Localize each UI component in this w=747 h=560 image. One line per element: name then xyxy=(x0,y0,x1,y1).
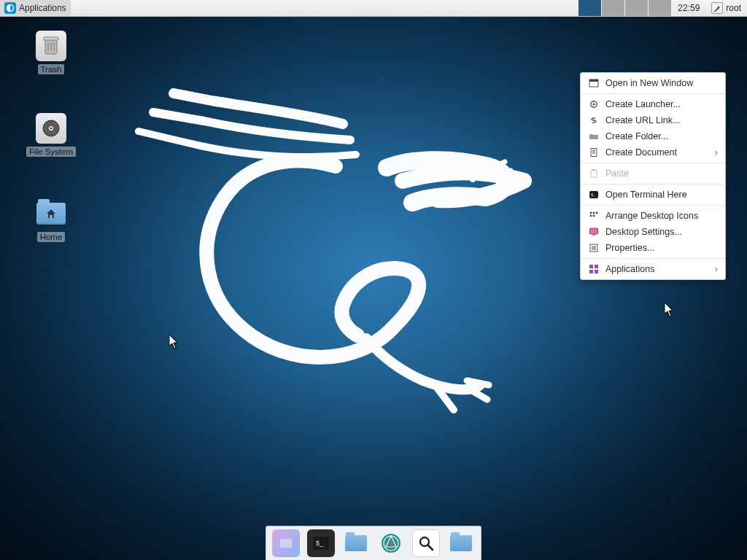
folder-icon xyxy=(345,535,367,551)
top-panel: Applications 22:59 root xyxy=(0,0,747,17)
applications-menu-label: Applications xyxy=(19,3,66,13)
ctx-label: Create URL Link... xyxy=(605,115,680,125)
ctx-label: Create Launcher... xyxy=(605,99,681,109)
svg-point-0 xyxy=(470,176,476,182)
svg-rect-11 xyxy=(589,79,598,82)
ctx-label: Create Folder... xyxy=(605,131,668,141)
svg-point-23 xyxy=(593,212,595,214)
ctx-open-new-window[interactable]: Open in New Window xyxy=(581,75,725,91)
cursor-icon xyxy=(665,303,675,317)
svg-rect-27 xyxy=(590,228,598,234)
dock-terminal[interactable]: $_ xyxy=(307,529,335,557)
ctx-arrange-icons[interactable]: Arrange Desktop Icons xyxy=(581,208,725,224)
workspace-4[interactable] xyxy=(649,0,672,16)
bottom-dock: $_ xyxy=(266,526,481,560)
svg-rect-33 xyxy=(589,265,593,268)
chevron-right-icon: › xyxy=(715,264,718,274)
desktop-icon-trash[interactable]: Trash xyxy=(22,31,80,74)
cursor-icon xyxy=(169,335,179,349)
ctx-label: Paste xyxy=(605,168,629,179)
svg-text:$_: $_ xyxy=(316,540,324,547)
wallpaper-dragon xyxy=(124,79,533,472)
svg-point-26 xyxy=(593,215,595,217)
chevron-right-icon: › xyxy=(715,147,718,158)
dock-show-desktop[interactable] xyxy=(272,529,300,557)
svg-rect-34 xyxy=(595,265,598,268)
workspace-1[interactable] xyxy=(578,0,602,16)
ctx-properties[interactable]: Properties... xyxy=(581,240,725,256)
ctx-label: Properties... xyxy=(605,243,654,253)
desktop-icon-filesystem[interactable]: File System xyxy=(22,113,80,157)
desktop-icon-home[interactable]: Home xyxy=(22,198,80,242)
svg-rect-1 xyxy=(714,10,716,11)
disk-icon xyxy=(36,113,66,144)
window-icon xyxy=(588,77,600,89)
ctx-paste: Paste xyxy=(581,166,725,182)
svg-point-22 xyxy=(590,212,592,214)
svg-point-25 xyxy=(590,215,592,217)
svg-rect-36 xyxy=(595,270,598,273)
separator xyxy=(581,93,725,94)
svg-point-24 xyxy=(596,212,598,214)
ctx-create-launcher[interactable]: Create Launcher... xyxy=(581,96,725,112)
svg-rect-14 xyxy=(591,149,597,157)
svg-rect-18 xyxy=(591,170,597,177)
terminal-icon: $_ xyxy=(313,537,329,550)
workspace-3[interactable] xyxy=(625,0,649,16)
ctx-label: Applications xyxy=(605,264,654,274)
trash-icon xyxy=(36,31,66,61)
user-icon xyxy=(711,2,723,14)
browser-icon xyxy=(380,532,402,554)
desktop-settings-icon xyxy=(588,226,600,238)
user-menu[interactable]: root xyxy=(705,2,747,14)
document-icon xyxy=(588,147,600,158)
ctx-open-terminal[interactable]: $_ Open Terminal Here xyxy=(581,187,725,203)
svg-rect-19 xyxy=(592,169,595,171)
desktop-icon-label: Trash xyxy=(38,64,65,74)
applications-grid-icon xyxy=(588,263,600,275)
separator xyxy=(581,205,725,206)
paste-icon xyxy=(588,168,600,179)
svg-rect-28 xyxy=(592,234,595,236)
gear-icon xyxy=(588,98,600,110)
desktop-icon-label: Home xyxy=(37,232,66,242)
svg-line-44 xyxy=(428,545,433,551)
applications-menu-button[interactable]: Applications xyxy=(0,0,71,16)
arrange-icon xyxy=(588,210,600,222)
ctx-label: Open in New Window xyxy=(605,78,693,88)
svg-point-42 xyxy=(390,542,392,545)
folder-new-icon xyxy=(588,131,600,142)
folder-icon xyxy=(450,535,472,551)
show-desktop-icon xyxy=(278,535,294,551)
terminal-icon: $_ xyxy=(588,189,600,201)
dock-folder[interactable] xyxy=(447,529,475,557)
svg-point-13 xyxy=(592,103,595,105)
ctx-create-document[interactable]: Create Document › xyxy=(581,144,725,160)
desktop-context-menu: Open in New Window Create Launcher... Cr… xyxy=(580,72,726,280)
svg-rect-37 xyxy=(280,539,292,548)
workspace-switcher[interactable] xyxy=(578,0,672,16)
properties-icon xyxy=(588,242,600,254)
separator xyxy=(581,184,725,184)
ctx-label: Create Document xyxy=(605,147,677,158)
link-icon xyxy=(588,114,600,126)
search-icon xyxy=(417,534,435,552)
ctx-applications[interactable]: Applications › xyxy=(581,261,725,277)
ctx-label: Desktop Settings... xyxy=(605,227,682,237)
user-name: root xyxy=(726,3,741,13)
dock-search[interactable] xyxy=(412,529,440,557)
ctx-label: Arrange Desktop Icons xyxy=(605,211,698,221)
svg-rect-3 xyxy=(44,37,58,40)
desktop-icon-label: File System xyxy=(26,147,76,157)
home-folder-icon xyxy=(36,198,66,229)
separator xyxy=(581,163,725,163)
workspace-2[interactable] xyxy=(602,0,625,16)
svg-rect-35 xyxy=(589,270,593,273)
ctx-desktop-settings[interactable]: Desktop Settings... xyxy=(581,224,725,240)
dock-web-browser[interactable] xyxy=(377,529,405,557)
ctx-create-folder[interactable]: Create Folder... xyxy=(581,128,725,144)
ctx-create-url[interactable]: Create URL Link... xyxy=(581,112,725,128)
dock-file-manager[interactable] xyxy=(342,529,370,557)
ctx-label: Open Terminal Here xyxy=(605,190,687,200)
panel-clock[interactable]: 22:59 xyxy=(672,3,705,13)
